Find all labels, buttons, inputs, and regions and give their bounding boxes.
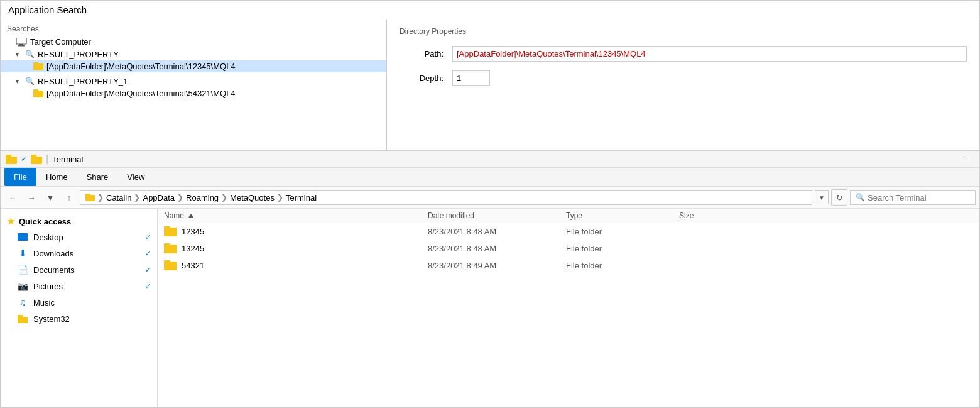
back-button[interactable]: ← [4, 189, 21, 206]
addr-sep-3: ❯ [221, 193, 227, 202]
sidebar-downloads-label: Downloads [33, 249, 74, 258]
star-icon: ★ [7, 216, 15, 226]
tree-result-property-1-path[interactable]: [AppDataFolder]\MetaQuotes\Terminal\5432… [1, 87, 386, 99]
sidebar: ★ Quick access Desktop ✓ ⬇ Downloads ✓ [1, 209, 158, 407]
folder-icon [33, 62, 43, 70]
dir-props-label: Directory Properties [400, 27, 967, 36]
pin-icon-pictures: ✓ [145, 282, 151, 290]
sidebar-item-pictures[interactable]: 📷 Pictures ✓ [1, 278, 157, 294]
target-computer-label: Target Computer [30, 37, 91, 47]
searches-label: Searches [1, 23, 386, 36]
path-input[interactable] [452, 46, 967, 62]
sort-type-column[interactable]: Type [566, 211, 679, 220]
sidebar-item-desktop[interactable]: Desktop ✓ [1, 229, 157, 245]
sort-arrow-up [188, 214, 193, 218]
app-search-body: Searches Target Computer ▾ 🔍 RESULT_PROP… [1, 19, 979, 150]
pin-icon-downloads: ✓ [145, 250, 151, 258]
up-button[interactable]: ↑ [61, 189, 77, 206]
titlebar-left: ✓ | Terminal [6, 153, 83, 165]
sidebar-desktop-label: Desktop [33, 233, 63, 242]
addr-part-roaming[interactable]: Roaming [186, 193, 219, 202]
file-type-12345: File folder [566, 227, 679, 236]
addr-sep-1: ❯ [134, 193, 140, 202]
svg-rect-1 [19, 44, 23, 45]
sort-name-column[interactable]: Name [164, 211, 428, 220]
sidebar-item-system32[interactable]: System32 [1, 311, 157, 327]
titlebar-folder-icon-2 [31, 155, 42, 164]
tree-result-property-path[interactable]: [AppDataFolder]\MetaQuotes\Terminal\1234… [1, 60, 386, 72]
result-property-1-path-label: [AppDataFolder]\MetaQuotes\Terminal\5432… [46, 89, 236, 98]
address-dropdown-button[interactable]: ▼ [815, 190, 829, 204]
chevron-down-icon: ▾ [16, 51, 24, 58]
tree-target-computer[interactable]: Target Computer [1, 36, 386, 48]
sidebar-item-documents[interactable]: 📄 Documents ✓ [1, 262, 157, 278]
sort-bar: Name Date modified Type Size [158, 209, 979, 223]
pin-icon-desktop: ✓ [145, 233, 151, 241]
file-name-13245: 13245 [182, 244, 428, 253]
sort-type-label: Type [566, 211, 582, 220]
forward-button[interactable]: → [23, 189, 40, 206]
path-row: Path: [400, 46, 967, 62]
search-icon: 🔍 [24, 49, 35, 59]
music-icon: ♫ [17, 297, 28, 308]
search-input[interactable] [868, 193, 970, 202]
checkmark-icon: ✓ [21, 155, 27, 163]
search-icon-1: 🔍 [24, 76, 35, 86]
quick-access-header[interactable]: ★ Quick access [1, 214, 157, 229]
search-box[interactable]: 🔍 [850, 190, 976, 205]
file-date-54321: 8/23/2021 8:49 AM [428, 261, 566, 270]
addr-part-appdata[interactable]: AppData [143, 193, 175, 202]
sidebar-music-label: Music [33, 298, 55, 307]
result-property-1-label: RESULT_PROPERTY_1 [38, 77, 128, 86]
desktop-icon [17, 231, 28, 243]
sidebar-pictures-label: Pictures [33, 282, 63, 291]
addr-part-metaquotes[interactable]: MetaQuotes [230, 193, 275, 202]
computer-icon [16, 38, 27, 47]
addr-sep-4: ❯ [277, 193, 283, 202]
tab-view[interactable]: View [117, 168, 154, 186]
tree-result-property[interactable]: ▾ 🔍 RESULT_PROPERTY [1, 48, 386, 60]
sort-date-column[interactable]: Date modified [428, 211, 566, 220]
result-property-path-label: [AppDataFolder]\MetaQuotes\Terminal\1234… [46, 62, 236, 71]
explorer-panel: ✓ | Terminal — File Home Share View ← → … [0, 151, 980, 408]
address-folder-icon [85, 194, 95, 201]
chevron-down-icon-1: ▾ [16, 78, 24, 85]
tab-file[interactable]: File [4, 168, 36, 186]
tree-result-property-1[interactable]: ▾ 🔍 RESULT_PROPERTY_1 [1, 75, 386, 87]
addr-sep-2: ❯ [177, 193, 183, 202]
search-box-icon: 🔍 [856, 193, 865, 202]
refresh-button[interactable]: ↻ [831, 189, 847, 206]
depth-input[interactable] [452, 70, 490, 86]
sort-name-label: Name [164, 211, 184, 220]
downloads-icon: ⬇ [17, 248, 28, 259]
sidebar-system32-label: System32 [33, 314, 70, 324]
sidebar-item-music[interactable]: ♫ Music [1, 294, 157, 311]
pin-icon-documents: ✓ [145, 266, 151, 274]
file-type-13245: File folder [566, 244, 679, 253]
file-name-12345: 12345 [182, 227, 428, 236]
folder-icon-12345 [164, 226, 177, 236]
minimize-button[interactable]: — [956, 154, 974, 164]
sort-date-label: Date modified [428, 211, 474, 220]
pictures-icon: 📷 [17, 280, 28, 292]
file-date-13245: 8/23/2021 8:48 AM [428, 244, 566, 253]
sidebar-item-downloads[interactable]: ⬇ Downloads ✓ [1, 245, 157, 262]
documents-icon: 📄 [17, 264, 28, 275]
sort-size-column[interactable]: Size [679, 211, 973, 220]
tab-share[interactable]: Share [77, 168, 118, 186]
file-row-54321[interactable]: 54321 8/23/2021 8:49 AM File folder [158, 257, 979, 274]
file-name-54321: 54321 [182, 261, 428, 270]
recent-locations-button[interactable]: ▼ [42, 189, 58, 206]
file-row-12345[interactable]: 12345 8/23/2021 8:48 AM File folder [158, 223, 979, 240]
app-search-title: Application Search [1, 1, 979, 19]
file-type-54321: File folder [566, 261, 679, 270]
file-row-13245[interactable]: 13245 8/23/2021 8:48 AM File folder [158, 240, 979, 257]
tab-home[interactable]: Home [36, 168, 77, 186]
addr-part-terminal[interactable]: Terminal [286, 193, 317, 202]
addr-part-catalin[interactable]: Catalin [106, 193, 131, 202]
address-bar[interactable]: ❯ Catalin ❯ AppData ❯ Roaming ❯ MetaQuot… [80, 190, 812, 205]
address-bar-row: ← → ▼ ↑ ❯ Catalin ❯ AppData ❯ Roaming ❯ … [1, 187, 979, 209]
explorer-content: ★ Quick access Desktop ✓ ⬇ Downloads ✓ [1, 209, 979, 407]
sidebar-documents-label: Documents [33, 265, 75, 275]
depth-row: Depth: [400, 70, 967, 86]
